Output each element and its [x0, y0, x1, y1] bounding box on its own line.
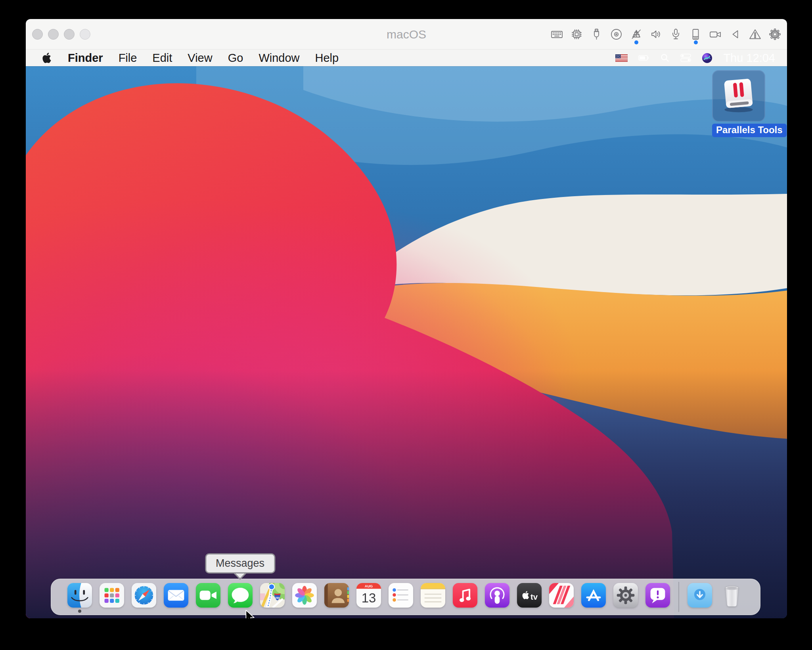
- svg-text:280: 280: [275, 596, 280, 599]
- dock-item-safari[interactable]: [131, 583, 157, 608]
- svg-text:tv: tv: [530, 593, 538, 601]
- dock-item-notes[interactable]: [420, 583, 446, 608]
- dock-item-contacts[interactable]: [324, 583, 349, 608]
- control-center-icon[interactable]: [680, 54, 691, 62]
- dock-item-mail[interactable]: [163, 583, 189, 608]
- desktop-icon-label: Parallels Tools: [712, 124, 787, 137]
- dock-item-news[interactable]: [549, 583, 574, 608]
- mouse-cursor: [245, 610, 257, 618]
- svg-text:13: 13: [361, 591, 376, 605]
- menu-item-window[interactable]: Window: [259, 52, 299, 65]
- mail-icon: [163, 583, 189, 608]
- settings-gear-icon[interactable]: [768, 28, 781, 41]
- downloads-folder-icon: [687, 583, 712, 608]
- dock-item-reminders[interactable]: [388, 583, 414, 608]
- vm-window-titlebar: macOS: [26, 19, 787, 50]
- siri-icon[interactable]: [702, 53, 712, 63]
- photos-icon: [292, 583, 317, 608]
- menu-item-go[interactable]: Go: [228, 52, 243, 65]
- menu-item-app[interactable]: Finder: [68, 52, 103, 65]
- dock-item-downloads[interactable]: [687, 583, 712, 608]
- menu-bar-clock[interactable]: Thu 12:04: [723, 52, 775, 65]
- hard-disk-icon[interactable]: [689, 28, 702, 41]
- network-active-dot: [634, 40, 638, 44]
- dock-item-podcasts[interactable]: [485, 583, 510, 608]
- spotlight-icon[interactable]: [660, 53, 670, 63]
- dock-item-calendar[interactable]: AUG 13: [356, 583, 381, 608]
- finder-icon: [67, 583, 92, 608]
- dock-item-system-preferences[interactable]: [613, 583, 638, 608]
- dock-item-maps[interactable]: 280: [260, 583, 285, 608]
- camera-icon[interactable]: [709, 28, 722, 41]
- microphone-icon[interactable]: [669, 28, 682, 41]
- menu-item-edit[interactable]: Edit: [152, 52, 172, 65]
- sound-icon[interactable]: [649, 28, 663, 41]
- launchpad-icon: [99, 583, 124, 608]
- dock-item-launchpad[interactable]: [99, 583, 124, 608]
- notes-icon: [420, 583, 446, 608]
- desktop[interactable]: Parallels Tools: [26, 66, 787, 618]
- parallels-vm-window: macOS: [26, 19, 787, 618]
- usb-icon[interactable]: [590, 28, 603, 41]
- menu-item-file[interactable]: File: [119, 52, 137, 65]
- menu-bar-status: Thu 12:04: [615, 52, 775, 65]
- finder-running-indicator: [78, 610, 81, 613]
- safari-icon: [131, 583, 157, 608]
- podcasts-icon: [485, 583, 510, 608]
- menu-bar: Finder File Edit View Go Window Help: [26, 50, 787, 66]
- trash-icon: [719, 583, 745, 608]
- dock-item-app-store[interactable]: [581, 583, 606, 608]
- network-icon[interactable]: [630, 28, 643, 41]
- tooltip-text: Messages: [205, 553, 275, 574]
- desktop-icon-parallels-tools[interactable]: Parallels Tools: [712, 70, 765, 137]
- warning-icon: [749, 28, 762, 41]
- dock-item-music[interactable]: [452, 583, 478, 608]
- dock-tooltip: Messages: [205, 553, 275, 574]
- dock-item-tv[interactable]: tv: [517, 583, 542, 608]
- parallels-tools-drive-icon: [718, 75, 759, 117]
- menu-item-help[interactable]: Help: [315, 52, 339, 65]
- keyboard-icon[interactable]: [550, 28, 563, 41]
- app-store-icon: [581, 583, 606, 608]
- facetime-icon: [195, 583, 221, 608]
- vm-status-toolbar: [550, 19, 781, 49]
- back-icon[interactable]: [729, 28, 742, 41]
- dock: Messages: [51, 579, 760, 615]
- tv-icon: tv: [517, 583, 542, 608]
- news-icon: [549, 583, 574, 608]
- feedback-assistant-icon: [645, 583, 670, 608]
- apple-menu-icon[interactable]: [42, 53, 52, 63]
- dock-item-messages[interactable]: Messages: [228, 583, 253, 608]
- dock-item-photos[interactable]: [292, 583, 317, 608]
- svg-text:AUG: AUG: [364, 584, 372, 588]
- system-preferences-icon: [613, 583, 638, 608]
- us-flag-icon[interactable]: [615, 54, 628, 62]
- messages-icon: [228, 583, 253, 608]
- processor-icon[interactable]: [570, 28, 583, 41]
- desktop-icon-selection: [712, 70, 765, 122]
- big-sur-wallpaper: [26, 66, 787, 618]
- battery-icon[interactable]: [638, 55, 649, 61]
- reminders-icon: [388, 583, 414, 608]
- dock-separator: [678, 582, 679, 612]
- contacts-icon: [324, 583, 349, 608]
- dock-item-trash[interactable]: [719, 583, 745, 608]
- calendar-icon: AUG 13: [356, 583, 381, 608]
- cd-dvd-icon[interactable]: [610, 28, 623, 41]
- dock-item-finder[interactable]: [67, 583, 92, 608]
- dock-item-facetime[interactable]: [195, 583, 221, 608]
- maps-icon: 280: [260, 583, 285, 608]
- menu-item-view[interactable]: View: [188, 52, 212, 65]
- hard-disk-active-dot: [694, 40, 698, 44]
- music-icon: [452, 583, 478, 608]
- dock-item-feedback-assistant[interactable]: [645, 583, 670, 608]
